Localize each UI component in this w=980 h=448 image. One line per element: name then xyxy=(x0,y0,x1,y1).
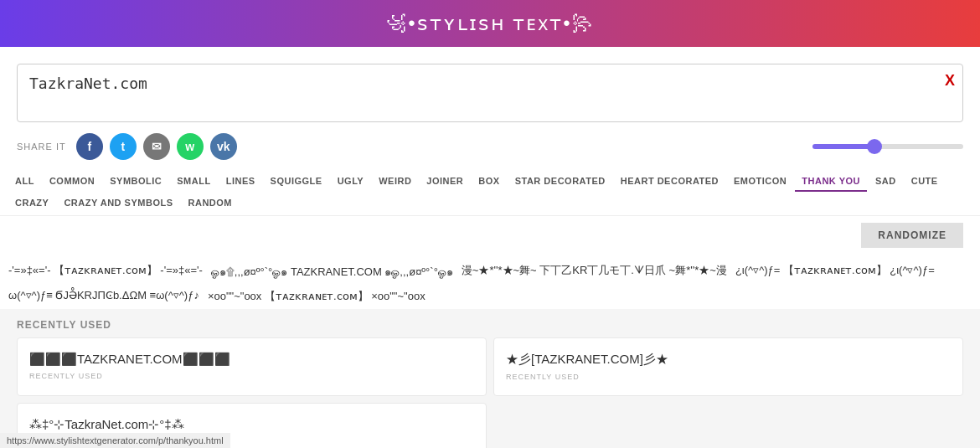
email-share-button[interactable]: ✉ xyxy=(143,133,170,160)
nav-tab-common[interactable]: COMMON xyxy=(43,172,101,192)
nav-tab-all[interactable]: ALL xyxy=(8,172,41,192)
share-section: SHARE IT f t ✉ w vk xyxy=(17,133,237,160)
font-size-slider[interactable] xyxy=(812,144,963,149)
inline-style-item-5[interactable]: ×oo""~"oox 【ᴛᴀᴢᴋʀᴀɴᴇᴛ.ᴄᴏᴍ】 ×oo""~"oox xyxy=(208,289,426,304)
text-input-wrapper: TazkraNet.com X xyxy=(17,64,963,125)
inline-style-item-2[interactable]: 漫~★*''*★~舞~ 下丅乙KR丅几モ丅.ᗐ日爪 ~舞*''*★~漫 xyxy=(462,263,727,281)
facebook-share-button[interactable]: f xyxy=(76,133,103,160)
inline-style-item-0[interactable]: -'=»‡«='- 【ᴛᴀᴢᴋʀᴀɴᴇᴛ.ᴄᴏᴍ】 -'=»‡«='- xyxy=(8,263,203,281)
style-card-text: ⬛⬛⬛TAZKRANET.COM⬛⬛⬛ xyxy=(29,352,474,367)
randomize-button[interactable]: RANDOMIZE xyxy=(861,223,963,248)
clear-button[interactable]: X xyxy=(945,72,955,90)
styles-area: RECENTLY USED ⬛⬛⬛TAZKRANET.COM⬛⬛⬛RECENTL… xyxy=(0,309,980,448)
inline-styles-area: -'=»‡«='- 【ᴛᴀᴢᴋʀᴀɴᴇᴛ.ᴄᴏᴍ】 -'=»‡«='-ஓ๑۩,,… xyxy=(0,255,980,309)
footer-url: https://www.stylishtextgenerator.com/p/t… xyxy=(0,433,230,448)
recently-used-card-1[interactable]: ★彡[TAZKRANET.COM]彡★RECENTLY USED xyxy=(493,337,963,396)
style-card-label: RECENTLY USED xyxy=(506,373,951,381)
inline-style-item-1[interactable]: ஓ๑۩,,,ø¤º°`°ஓ๑ TAZKRANET.COM ๑ஓ,,,ø¤º°`°… xyxy=(211,263,453,281)
nav-tab-small[interactable]: SMALL xyxy=(170,172,217,192)
nav-tab-box[interactable]: BOX xyxy=(472,172,506,192)
recently-used-title: RECENTLY USED xyxy=(8,309,972,337)
share-label: SHARE IT xyxy=(17,142,66,152)
nav-tab-cute[interactable]: CUTE xyxy=(905,172,945,192)
recently-used-card-0[interactable]: ⬛⬛⬛TAZKRANET.COM⬛⬛⬛RECENTLY USED xyxy=(17,337,487,396)
style-card-text: ★彡[TAZKRANET.COM]彡★ xyxy=(506,352,951,368)
vk-share-button[interactable]: vk xyxy=(210,133,237,160)
nav-tab-random[interactable]: RANDOM xyxy=(182,193,240,212)
input-row: TazkraNet.com X xyxy=(0,47,980,125)
main-container: TazkraNet.com X SHARE IT f t ✉ w vk ALLC… xyxy=(0,47,980,448)
nav-tab-emoticon[interactable]: EMOTICON xyxy=(727,172,793,192)
nav-tab-star-decorated[interactable]: STAR DECORATED xyxy=(508,172,612,192)
whatsapp-share-button[interactable]: w xyxy=(177,133,204,160)
nav-tab-joiner[interactable]: JOINER xyxy=(420,172,470,192)
inline-style-item-3[interactable]: ¿ι(^▿^)ƒ= 【ᴛᴀᴢᴋʀᴀɴᴇᴛ.ᴄᴏᴍ】 ¿ι(^▿^)ƒ= xyxy=(735,263,935,281)
randomize-row: RANDOMIZE xyxy=(0,216,980,255)
recently-used-grid: ⬛⬛⬛TAZKRANET.COM⬛⬛⬛RECENTLY USED★彡[TAZKR… xyxy=(8,337,972,448)
nav-tab-crazy-and-symbols[interactable]: CRAZY AND SYMBOLS xyxy=(57,193,179,212)
text-input[interactable]: TazkraNet.com xyxy=(17,64,963,122)
twitter-share-button[interactable]: t xyxy=(110,133,137,160)
nav-tabs: ALLCOMMONSYMBOLICSMALLLINESSQUIGGLEUGLYW… xyxy=(0,168,980,216)
nav-tab-sad[interactable]: SAD xyxy=(869,172,903,192)
share-slider-row: SHARE IT f t ✉ w vk xyxy=(0,125,980,168)
style-card-label: RECENTLY USED xyxy=(29,372,474,380)
nav-tab-heart-decorated[interactable]: HEART DECORATED xyxy=(614,172,725,192)
nav-tab-lines[interactable]: LINES xyxy=(219,172,262,192)
nav-tab-squiggle[interactable]: SQUIGGLE xyxy=(264,172,329,192)
slider-section xyxy=(812,144,963,149)
site-logo: ꧁•ꜱᴛʏʟɪꜱʜ ᴛᴇxᴛ•꧂ xyxy=(386,12,593,34)
nav-tab-crazy[interactable]: CRAZY xyxy=(8,193,55,212)
nav-tab-thank-you[interactable]: THANK YOU xyxy=(795,172,867,192)
header: ꧁•ꜱᴛʏʟɪꜱʜ ᴛᴇxᴛ•꧂ xyxy=(0,0,980,47)
nav-tab-weird[interactable]: WEIRD xyxy=(372,172,418,192)
nav-tab-ugly[interactable]: UGLY xyxy=(331,172,371,192)
nav-tab-symbolic[interactable]: SYMBOLIC xyxy=(103,172,168,192)
inline-style-item-4[interactable]: ω(^▿^)ƒ≡ ϬJƏ̊KRJΠϾb.ΔΩM ≡ω(^▿^)ƒ♪ xyxy=(8,289,199,304)
style-card-text: ⁂‡°⊹TazkraNet.com⊹°‡⁂ xyxy=(29,417,474,432)
